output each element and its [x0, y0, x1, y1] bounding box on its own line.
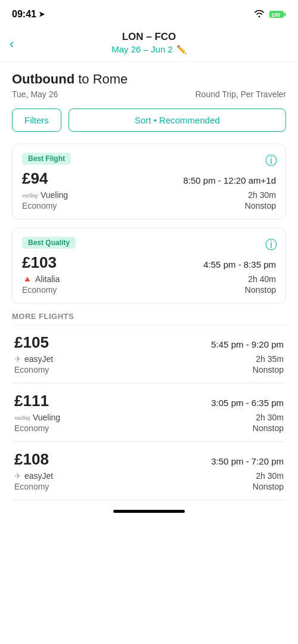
dates-text: May 26 – Jun 2 — [111, 44, 173, 54]
main-content: Outbound to Rome Tue, May 26 Round Trip,… — [0, 62, 298, 500]
more-flight-duration: 2h 30m — [256, 471, 284, 481]
best-quality-info-icon[interactable]: ⓘ — [265, 237, 277, 253]
header-route: LON – FCO — [12, 31, 286, 43]
time-text: 09:41 — [12, 9, 36, 20]
svg-text:100: 100 — [271, 12, 280, 18]
best-quality-times: 4:55 pm - 8:35 pm — [203, 259, 276, 270]
best-flight-class-row: Economy Nonstop — [22, 201, 276, 210]
best-quality-duration: 2h 40m — [248, 274, 276, 284]
best-flight-price-row: £94 8:50 pm - 12:20 am+1d — [22, 169, 276, 188]
alitalia-logo: 🔺 — [22, 274, 32, 284]
wifi-icon — [254, 9, 265, 20]
sort-button[interactable]: Sort • Recommended — [69, 109, 286, 132]
edit-icon[interactable]: ✏️ — [176, 45, 187, 54]
more-flight-price-row: £108 3:50 pm - 7:20 pm — [14, 450, 284, 469]
easyjet-plane-icon: ✈ — [14, 354, 21, 364]
best-flight-badge: Best Flight — [22, 153, 71, 165]
more-flight-class-row: Economy Nonstop — [14, 482, 284, 491]
more-flight-stops: Nonstop — [253, 423, 284, 433]
more-flight-price-row: £111 3:05 pm - 6:35 pm — [14, 392, 284, 410]
best-quality-airline: 🔺 Alitalia — [22, 274, 60, 284]
best-quality-card[interactable]: Best Quality ⓘ £103 4:55 pm - 8:35 pm 🔺 … — [12, 228, 286, 304]
best-flight-airline-row: vueling Vueling 2h 30m — [22, 190, 276, 200]
more-flight-airline-name: Vueling — [33, 413, 60, 422]
more-flight-price-row: £105 5:45 pm - 9:20 pm — [14, 333, 284, 352]
status-bar: 09:41 ➤ 100 — [0, 0, 298, 26]
more-flight-duration: 2h 35m — [256, 354, 284, 364]
more-flight-price: £111 — [14, 392, 49, 410]
more-flight-airline: vueling Vueling — [14, 413, 60, 422]
more-flight-duration: 2h 30m — [256, 413, 284, 422]
more-flight-class-row: Economy Nonstop — [14, 423, 284, 433]
more-flight-airline-row: ✈ easyJet 2h 30m — [14, 471, 284, 481]
vueling-logo: vueling — [22, 192, 38, 199]
more-flight-airline: ✈ easyJet — [14, 354, 53, 364]
best-flight-airline: vueling Vueling — [22, 190, 68, 200]
more-flight-airline-row: ✈ easyJet 2h 35m — [14, 354, 284, 364]
best-quality-price-row: £103 4:55 pm - 8:35 pm — [22, 253, 276, 272]
more-flight-times: 5:45 pm - 9:20 pm — [211, 339, 284, 349]
best-quality-badge: Best Quality — [22, 237, 76, 249]
more-flight-times: 3:50 pm - 7:20 pm — [211, 456, 284, 466]
more-flight-card[interactable]: £111 3:05 pm - 6:35 pm vueling Vueling 2… — [12, 383, 286, 441]
best-quality-class-row: Economy Nonstop — [22, 285, 276, 295]
more-flights-list: £105 5:45 pm - 9:20 pm ✈ easyJet 2h 35m … — [12, 324, 286, 500]
flights-list: Best Flight ⓘ £94 8:50 pm - 12:20 am+1d … — [12, 144, 286, 500]
more-flight-airline-name: easyJet — [24, 354, 53, 364]
best-quality-airline-name: Alitalia — [35, 274, 60, 284]
best-quality-airline-row: 🔺 Alitalia 2h 40m — [22, 274, 276, 284]
best-flight-class: Economy — [22, 201, 57, 210]
more-flights-label: MORE FLIGHTS — [12, 312, 286, 321]
more-flight-stops: Nonstop — [253, 365, 284, 374]
best-flight-times: 8:50 pm - 12:20 am+1d — [183, 175, 276, 185]
trip-type: Round Trip, Per Traveler — [195, 89, 286, 99]
more-flight-class: Economy — [14, 423, 49, 433]
best-quality-class: Economy — [22, 285, 57, 295]
best-flight-airline-name: Vueling — [41, 190, 68, 200]
vueling-logo: vueling — [14, 414, 30, 421]
header-dates: May 26 – Jun 2 ✏️ — [12, 44, 286, 54]
more-flight-class: Economy — [14, 365, 49, 374]
more-flight-class-row: Economy Nonstop — [14, 365, 284, 374]
best-flight-stops: Nonstop — [245, 201, 276, 210]
best-flight-card[interactable]: Best Flight ⓘ £94 8:50 pm - 12:20 am+1d … — [12, 144, 286, 219]
filters-button[interactable]: Filters — [12, 109, 61, 132]
easyjet-plane-icon: ✈ — [14, 471, 21, 481]
best-quality-price: £103 — [22, 253, 57, 272]
more-flight-stops: Nonstop — [253, 482, 284, 491]
filter-sort-row: Filters Sort • Recommended — [12, 109, 286, 132]
more-flight-airline-name: easyJet — [24, 471, 53, 481]
trip-meta: Tue, May 26 Round Trip, Per Traveler — [12, 89, 286, 99]
to-city: to Rome — [74, 72, 128, 86]
trip-date: Tue, May 26 — [12, 89, 58, 99]
more-flight-times: 3:05 pm - 6:35 pm — [211, 398, 284, 408]
more-flight-airline-row: vueling Vueling 2h 30m — [14, 413, 284, 422]
more-flight-card[interactable]: £108 3:50 pm - 7:20 pm ✈ easyJet 2h 30m … — [12, 441, 286, 500]
more-flight-class: Economy — [14, 482, 49, 491]
home-indicator — [0, 500, 298, 518]
best-flight-duration: 2h 30m — [248, 190, 276, 200]
back-button[interactable]: ‹ — [10, 38, 14, 51]
header: ‹ LON – FCO May 26 – Jun 2 ✏️ — [0, 26, 298, 62]
outbound-title: Outbound to Rome — [12, 72, 286, 87]
battery-icon: 100 — [269, 10, 286, 18]
more-flight-price: £105 — [14, 333, 49, 352]
status-icons: 100 — [254, 9, 286, 20]
best-quality-stops: Nonstop — [245, 285, 276, 295]
more-flight-price: £108 — [14, 450, 49, 469]
more-flight-airline: ✈ easyJet — [14, 471, 53, 481]
outbound-label: Outbound — [12, 72, 74, 86]
best-flight-info-icon[interactable]: ⓘ — [265, 153, 277, 169]
best-flight-price: £94 — [22, 169, 48, 188]
status-time: 09:41 ➤ — [12, 9, 45, 20]
location-arrow-icon: ➤ — [39, 10, 45, 18]
more-flight-card[interactable]: £105 5:45 pm - 9:20 pm ✈ easyJet 2h 35m … — [12, 324, 286, 383]
home-bar — [113, 510, 185, 513]
svg-rect-1 — [284, 13, 286, 16]
